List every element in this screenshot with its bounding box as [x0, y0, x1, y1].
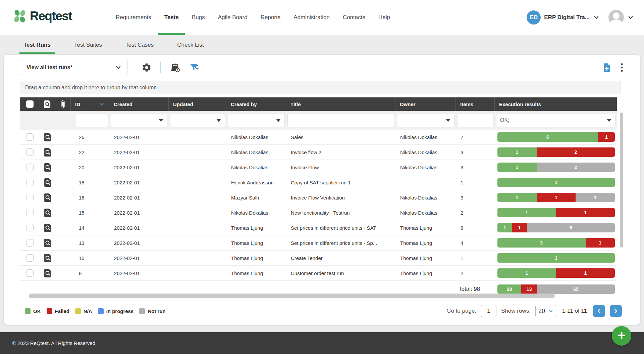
header-updated[interactable]: Updated [169, 97, 226, 111]
user-menu-chevron-down-icon[interactable] [627, 14, 634, 21]
row-preview-icon[interactable] [44, 178, 52, 187]
row-checkbox[interactable] [26, 164, 34, 171]
add-test-run-fab[interactable]: + [612, 326, 631, 346]
import-export-icon[interactable] [170, 62, 180, 73]
row-preview-icon[interactable] [44, 193, 52, 202]
execution-results-bar: 111 [497, 193, 615, 202]
kebab-menu-icon[interactable] [620, 62, 624, 73]
nav-item-help[interactable]: Help [378, 0, 390, 35]
view-selector-dropdown[interactable]: View all test runs* [21, 60, 127, 75]
project-badge[interactable]: ED [527, 10, 541, 25]
horizontal-scrollbar[interactable] [29, 294, 555, 298]
nav-item-requirements[interactable]: Requirements [116, 0, 151, 35]
cell-title[interactable]: Invoice Flow Verification [286, 195, 395, 201]
cell-id: 10 [71, 255, 109, 261]
cell-title[interactable]: New functionality - Testrun [286, 210, 395, 216]
header-title[interactable]: Title [286, 97, 395, 111]
tab-test-runs[interactable]: Test Runs [23, 35, 51, 55]
nav-item-administration[interactable]: Administration [293, 0, 330, 35]
tab-test-suites[interactable]: Test Suites [74, 35, 102, 55]
filter-refresh-icon[interactable] [189, 62, 200, 73]
tab-test-cases[interactable]: Test Cases [125, 35, 154, 55]
filter-id-input[interactable] [75, 114, 108, 127]
cell-title[interactable]: Create Tender [286, 255, 395, 261]
cell-title[interactable]: Set prices in different price units - SA… [286, 225, 395, 231]
rows-per-page-select[interactable]: 20 [535, 305, 556, 317]
table-row[interactable]: 8 2022-02-01 Thomas Ljung Customer order… [20, 266, 617, 281]
filter-title-input[interactable] [288, 114, 394, 127]
next-page-button[interactable] [610, 305, 622, 317]
filter-items-input[interactable] [458, 114, 493, 127]
table-row[interactable]: 10 2022-02-01 Thomas Ljung Create Tender… [20, 251, 617, 266]
table-row[interactable]: 18 2022-02-01 Henrik Andreasson Copy of … [20, 175, 617, 190]
legend-item-failed: Failed [47, 308, 69, 314]
group-by-drop-zone[interactable]: Drag a column and drop it here to group … [20, 81, 621, 94]
row-checkbox[interactable] [26, 179, 34, 186]
table-row[interactable]: 15 2022-02-01 Nikolas Dokalias New funct… [20, 205, 617, 220]
row-preview-icon[interactable] [44, 208, 52, 217]
filter-owner-dropdown[interactable] [397, 114, 454, 127]
project-chevron-down-icon[interactable] [593, 14, 600, 21]
cell-id: 14 [71, 225, 109, 231]
header-items[interactable]: Items [456, 97, 495, 111]
row-checkbox[interactable] [26, 224, 34, 231]
cell-title[interactable]: Set prices in different price units - Sp… [286, 240, 395, 246]
filter-execution-dropdown[interactable]: OK; [496, 114, 615, 127]
row-checkbox[interactable] [26, 269, 34, 277]
row-preview-icon[interactable] [44, 133, 52, 142]
row-checkbox[interactable] [26, 209, 34, 216]
row-checkbox[interactable] [26, 194, 34, 201]
table-row[interactable]: 13 2022-02-01 Thomas Ljung Set prices in… [20, 235, 617, 251]
table-row[interactable]: 22 2022-02-01 Nikolas Dokalias Invoice f… [20, 145, 617, 160]
filter-updated-dropdown[interactable] [170, 114, 225, 127]
filter-created-by-dropdown[interactable] [228, 114, 284, 127]
header-created[interactable]: Created [109, 97, 169, 111]
cell-items: 2 [456, 270, 495, 276]
table-row[interactable]: 26 2022-02-01 Nikolas Dokalias Sales Nik… [20, 130, 617, 145]
execution-segment-ok: 1 [497, 253, 615, 263]
sort-desc-chevron-icon[interactable] [99, 101, 104, 107]
footer: © 2023 ReQtest. All Rights Reserved. [0, 332, 644, 354]
add-file-icon[interactable] [602, 62, 612, 73]
row-preview-icon[interactable] [44, 148, 52, 157]
cell-title[interactable]: Sales [286, 134, 395, 140]
row-preview-icon[interactable] [44, 223, 52, 232]
row-preview-icon[interactable] [44, 254, 52, 263]
page-number-input[interactable] [481, 305, 496, 317]
brand-logo[interactable]: Reqtest [12, 9, 72, 24]
nav-item-tests[interactable]: Tests [164, 0, 179, 35]
nav-item-bugs[interactable]: Bugs [192, 0, 205, 35]
header-owner[interactable]: Owner [395, 97, 456, 111]
cell-title[interactable]: Copy of SAT supplier run 1 [286, 180, 395, 185]
user-avatar[interactable] [608, 10, 624, 25]
header-created-by[interactable]: Created by [226, 97, 286, 111]
project-name: ERP Digital Tra... [544, 14, 590, 21]
row-preview-icon[interactable] [44, 163, 52, 172]
row-checkbox[interactable] [26, 254, 34, 262]
table-row[interactable]: 14 2022-02-01 Thomas Ljung Set prices in… [20, 220, 617, 235]
tab-check-list[interactable]: Check List [177, 35, 204, 55]
row-preview-icon[interactable] [44, 238, 52, 248]
header-execution-results[interactable]: Execution results [495, 97, 617, 111]
cell-created-by: Thomas Ljung [226, 225, 286, 231]
filter-created-dropdown[interactable] [111, 114, 167, 127]
table-row[interactable]: 16 2022-02-01 Mazyar Salh Invoice Flow V… [20, 190, 617, 205]
previous-page-button[interactable] [593, 305, 605, 317]
cell-title[interactable]: Invoice flow 2 [286, 149, 395, 155]
cell-title[interactable]: Customer order test run [286, 270, 395, 276]
row-preview-icon[interactable] [44, 269, 52, 278]
row-checkbox[interactable] [26, 239, 34, 247]
nav-item-agile-board[interactable]: Agile Board [218, 0, 248, 35]
cell-title[interactable]: Invoice Flow [286, 165, 395, 170]
chevron-right-icon [613, 308, 619, 314]
nav-item-contacts[interactable]: Contacts [343, 0, 365, 35]
table-row[interactable]: 20 2022-02-01 Nikolas Dokalias Invoice F… [20, 160, 617, 175]
select-all-checkbox[interactable] [26, 100, 34, 108]
vertical-scrollbar[interactable] [620, 113, 623, 248]
row-checkbox[interactable] [26, 148, 34, 156]
row-checkbox[interactable] [26, 133, 34, 141]
nav-item-reports[interactable]: Reports [261, 0, 281, 35]
legend-na-swatch [75, 308, 81, 314]
header-id[interactable]: ID [71, 97, 109, 111]
settings-gear-icon[interactable] [142, 62, 152, 73]
